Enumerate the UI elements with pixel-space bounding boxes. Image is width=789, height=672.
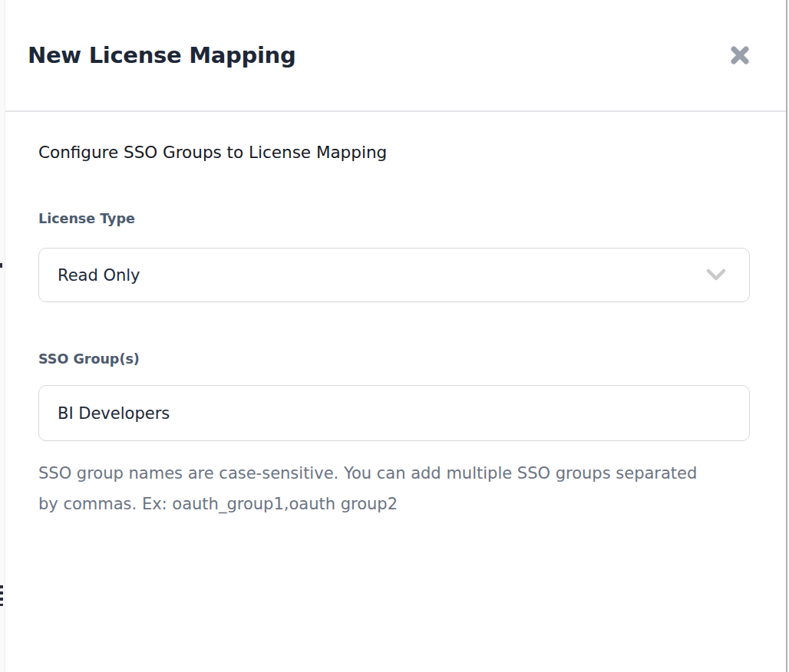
window-edge [786,0,787,672]
new-license-mapping-dialog: New License Mapping Configure SSO Groups… [5,0,786,672]
background-artifact [0,263,2,268]
sso-groups-help-text: SSO group names are case-sensitive. You … [38,458,714,519]
background-artifact [0,604,3,606]
close-button[interactable] [726,41,754,69]
license-type-selected-value: Read Only [58,266,140,285]
dialog-header: New License Mapping [5,0,786,112]
dialog-subtitle: Configure SSO Groups to License Mapping [38,143,750,163]
background-artifact [0,585,3,588]
close-icon [729,44,751,66]
sso-groups-label: SSO Group(s) [38,351,750,367]
background-artifact [0,591,3,595]
license-type-label: License Type [38,210,750,227]
dialog-body: Configure SSO Groups to License Mapping … [5,112,786,519]
background-page-sliver [0,0,5,672]
dialog-title: New License Mapping [28,42,295,68]
background-artifact [0,598,3,601]
chevron-down-icon [705,268,728,283]
sso-groups-input[interactable] [38,385,750,441]
license-type-select[interactable]: Read Only [38,248,750,302]
